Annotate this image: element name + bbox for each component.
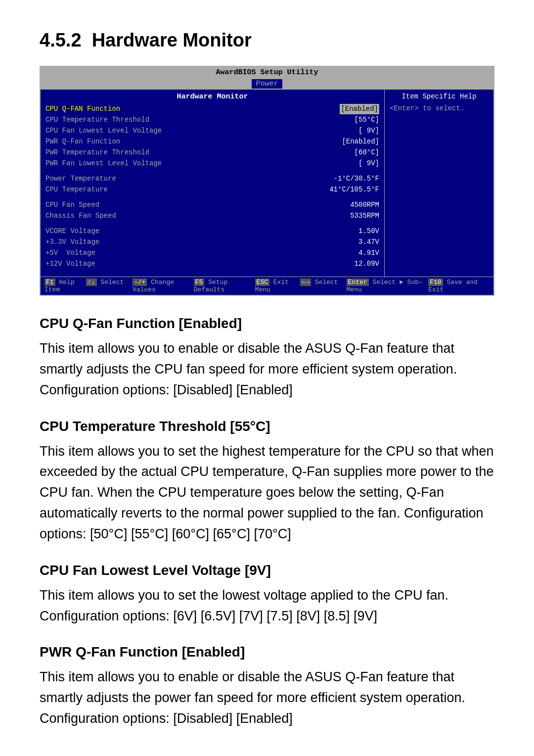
bios-row-cpu-temp: CPU Temperature 41°C/105.5°F <box>45 185 379 195</box>
bios-screen: AwardBIOS Setup Utility Power Hardware M… <box>40 66 494 296</box>
bios-top-bar: AwardBIOS Setup Utility <box>41 67 493 78</box>
bios-row-pwr-fan-volt: PWR Fan Lowest Level Voltage [ 9V] <box>45 158 379 169</box>
bios-menu-power: Power <box>252 79 282 89</box>
bios-row-cpu-qfan: CPU Q-FAN Function [Enabled] <box>45 104 379 114</box>
bios-row-cpu-fan-speed: CPU Fan Speed 4500RPM <box>45 200 379 210</box>
bios-menu-bar: Power <box>41 78 493 90</box>
bios-row-3v3: +3.3V Voltage 3.47V <box>45 237 379 247</box>
bios-content: Hardware Monitor CPU Q-FAN Function [Ena… <box>41 90 493 277</box>
bios-spacer-3 <box>45 222 379 226</box>
bios-spacer-1 <box>45 169 379 173</box>
bios-row-cpu-temp-thresh: CPU Temperature Threshold [55°C] <box>45 115 379 125</box>
section-number: 4.5.2 <box>40 30 82 50</box>
bios-help-text: <Enter> to select. <box>390 104 489 112</box>
section-title: Hardware Monitor <box>92 30 252 50</box>
bios-row-chassis-fan-speed: Chassis Fan Speed 5335RPM <box>45 211 379 221</box>
heading-cpu-temp-threshold: CPU Temperature Threshold [55°C] <box>40 419 494 434</box>
body-cpu-temp-threshold: This item allows you to set the highest … <box>40 441 494 545</box>
heading-cpu-fan-voltage: CPU Fan Lowest Level Voltage [9V] <box>40 563 494 578</box>
bios-row-12v: +12V Voltage 12.09V <box>45 259 379 269</box>
bios-help-panel: Item Specific Help <Enter> to select. <box>385 90 493 277</box>
body-cpu-fan-voltage: This item allows you to set the lowest v… <box>40 585 494 627</box>
bios-spacer-2 <box>45 195 379 199</box>
heading-cpu-qfan: CPU Q-Fan Function [Enabled] <box>40 316 494 331</box>
bios-main-title: Hardware Monitor <box>45 93 379 101</box>
body-pwr-qfan: This item allows you to enable or disabl… <box>40 667 494 729</box>
bios-row-power-temp: Power Temperature -1°C/30.5°F <box>45 174 379 184</box>
bios-spacer-4 <box>45 270 379 274</box>
bios-footer: F1 Help ↑↓ Select Item -/+ Change Values… <box>41 277 493 295</box>
bios-help-title: Item Specific Help <box>390 93 489 100</box>
body-cpu-qfan: This item allows you to enable or disabl… <box>40 338 494 401</box>
bios-row-pwr-qfan: PWR Q-Fan Function [Enabled] <box>45 137 379 147</box>
bios-row-pwr-temp-thresh: PWR Temperature Threshold [60°C] <box>45 147 379 158</box>
bios-row-5v: +5V Voltage 4.91V <box>45 248 379 258</box>
bios-row-cpu-fan-volt: CPU Fan Lowest Level Voltage [ 9V] <box>45 126 379 136</box>
page-title: 4.5.2 Hardware Monitor <box>40 30 494 51</box>
bios-main-panel: Hardware Monitor CPU Q-FAN Function [Ena… <box>41 90 385 277</box>
heading-pwr-qfan: PWR Q-Fan Function [Enabled] <box>40 644 494 660</box>
bios-row-vcore: VCORE Voltage 1.50V <box>45 226 379 236</box>
